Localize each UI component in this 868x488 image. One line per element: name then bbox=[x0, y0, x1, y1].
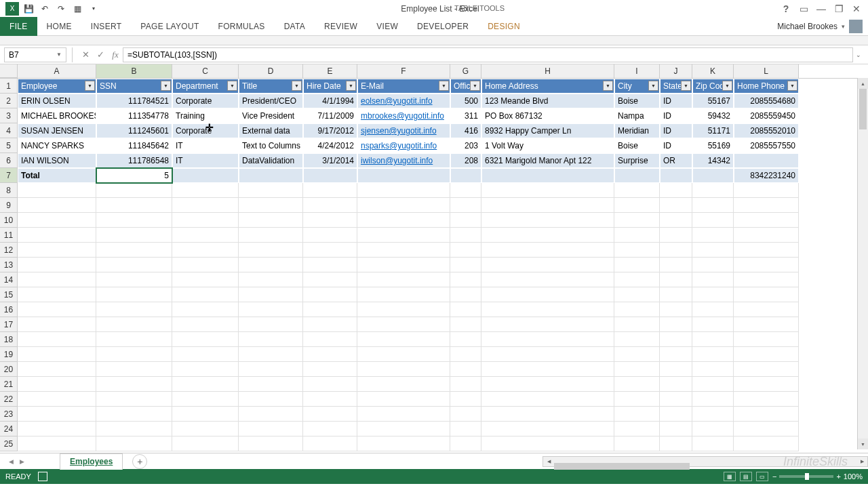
row-header[interactable]: 2 bbox=[0, 94, 18, 108]
hscroll-thumb[interactable] bbox=[554, 463, 690, 470]
row-header[interactable]: 14 bbox=[0, 272, 18, 287]
filter-dropdown-icon[interactable]: ▼ bbox=[346, 81, 356, 91]
row-header[interactable]: 20 bbox=[0, 362, 18, 377]
empty-cell[interactable] bbox=[303, 436, 357, 451]
empty-cell[interactable] bbox=[614, 317, 660, 332]
table-header[interactable]: E-Mail▼ bbox=[357, 79, 450, 94]
empty-cell[interactable] bbox=[357, 392, 450, 407]
empty-cell[interactable] bbox=[357, 317, 450, 332]
scroll-up-icon[interactable]: ▲ bbox=[858, 78, 868, 89]
empty-cell[interactable] bbox=[303, 377, 357, 392]
table-header[interactable]: SSN▼ bbox=[96, 79, 172, 94]
empty-cell[interactable] bbox=[172, 183, 239, 198]
empty-cell[interactable] bbox=[357, 436, 450, 451]
empty-cell[interactable] bbox=[357, 362, 450, 377]
empty-cell[interactable] bbox=[172, 243, 239, 258]
empty-cell[interactable] bbox=[692, 422, 734, 436]
empty-cell[interactable] bbox=[239, 213, 303, 228]
empty-cell[interactable] bbox=[692, 183, 734, 198]
empty-cell[interactable] bbox=[734, 362, 799, 377]
zoom-control[interactable]: − + 100% bbox=[772, 472, 863, 481]
empty-cell[interactable] bbox=[614, 407, 660, 422]
empty-cell[interactable] bbox=[96, 198, 172, 213]
table-cell[interactable]: 123 Meande Blvd bbox=[481, 94, 614, 108]
empty-cell[interactable] bbox=[481, 407, 614, 422]
table-header[interactable]: Hire Date▼ bbox=[303, 79, 357, 94]
empty-cell[interactable] bbox=[18, 213, 96, 228]
empty-cell[interactable] bbox=[614, 287, 660, 302]
tab-data[interactable]: DATA bbox=[275, 17, 315, 36]
table-cell[interactable]: eolsen@yugotit.info bbox=[357, 94, 450, 108]
table-cell[interactable]: 14342 bbox=[692, 153, 734, 168]
empty-cell[interactable] bbox=[450, 436, 481, 451]
empty-cell[interactable] bbox=[239, 183, 303, 198]
empty-cell[interactable] bbox=[481, 287, 614, 302]
table-cell[interactable]: 8932 Happy Camper Ln bbox=[481, 123, 614, 138]
empty-cell[interactable] bbox=[96, 377, 172, 392]
zoom-in-icon[interactable]: + bbox=[836, 472, 840, 481]
enter-formula-icon[interactable]: ✓ bbox=[93, 47, 108, 62]
empty-cell[interactable] bbox=[734, 302, 799, 317]
empty-cell[interactable] bbox=[303, 317, 357, 332]
table-cell[interactable]: Nampa bbox=[614, 108, 660, 123]
empty-cell[interactable] bbox=[660, 362, 692, 377]
empty-cell[interactable] bbox=[18, 258, 96, 272]
name-box-dropdown-icon[interactable]: ▼ bbox=[56, 52, 62, 58]
empty-cell[interactable] bbox=[481, 228, 614, 243]
vertical-scrollbar[interactable]: ▲ ▼ bbox=[857, 78, 868, 449]
table-cell[interactable]: ID bbox=[660, 123, 692, 138]
table-cell[interactable]: 111245601 bbox=[96, 123, 172, 138]
empty-cell[interactable] bbox=[303, 422, 357, 436]
table-cell[interactable]: 500 bbox=[450, 94, 481, 108]
table-cell[interactable]: 2085554680 bbox=[734, 94, 799, 108]
empty-cell[interactable] bbox=[481, 347, 614, 362]
table-cell[interactable]: IT bbox=[172, 153, 239, 168]
total-cell[interactable]: Total bbox=[18, 168, 96, 183]
empty-cell[interactable] bbox=[614, 392, 660, 407]
empty-cell[interactable] bbox=[614, 332, 660, 347]
empty-cell[interactable] bbox=[614, 213, 660, 228]
empty-cell[interactable] bbox=[450, 407, 481, 422]
tab-developer[interactable]: DEVELOPER bbox=[408, 17, 478, 36]
empty-cell[interactable] bbox=[692, 258, 734, 272]
empty-cell[interactable] bbox=[450, 287, 481, 302]
empty-cell[interactable] bbox=[172, 258, 239, 272]
empty-cell[interactable] bbox=[614, 436, 660, 451]
empty-cell[interactable] bbox=[660, 183, 692, 198]
empty-cell[interactable] bbox=[96, 183, 172, 198]
col-header-K[interactable]: K bbox=[692, 64, 734, 78]
empty-cell[interactable] bbox=[450, 198, 481, 213]
empty-cell[interactable] bbox=[450, 347, 481, 362]
sheet-next-icon[interactable]: ▶ bbox=[18, 458, 26, 466]
empty-cell[interactable] bbox=[172, 377, 239, 392]
empty-cell[interactable] bbox=[692, 347, 734, 362]
empty-cell[interactable] bbox=[660, 287, 692, 302]
table-cell[interactable] bbox=[734, 153, 799, 168]
table-cell[interactable]: Text to Columns bbox=[239, 138, 303, 153]
select-all-corner[interactable] bbox=[0, 64, 18, 78]
empty-cell[interactable] bbox=[357, 183, 450, 198]
empty-cell[interactable] bbox=[660, 302, 692, 317]
minimize-icon[interactable]: — bbox=[815, 3, 827, 15]
empty-cell[interactable] bbox=[96, 422, 172, 436]
col-header-I[interactable]: I bbox=[614, 64, 660, 78]
empty-cell[interactable] bbox=[18, 392, 96, 407]
row-header[interactable]: 11 bbox=[0, 228, 18, 243]
help-icon[interactable]: ? bbox=[780, 3, 792, 15]
empty-cell[interactable] bbox=[357, 377, 450, 392]
total-cell[interactable] bbox=[660, 168, 692, 183]
empty-cell[interactable] bbox=[481, 272, 614, 287]
empty-cell[interactable] bbox=[357, 198, 450, 213]
empty-cell[interactable] bbox=[692, 332, 734, 347]
empty-cell[interactable] bbox=[96, 272, 172, 287]
empty-cell[interactable] bbox=[660, 407, 692, 422]
table-cell[interactable]: IT bbox=[172, 138, 239, 153]
total-cell[interactable] bbox=[481, 168, 614, 183]
sheet-prev-icon[interactable]: ◀ bbox=[7, 458, 15, 466]
total-cell[interactable] bbox=[357, 168, 450, 183]
table-cell[interactable]: 51171 bbox=[692, 123, 734, 138]
empty-cell[interactable] bbox=[481, 332, 614, 347]
empty-cell[interactable] bbox=[303, 302, 357, 317]
row-header[interactable]: 8 bbox=[0, 183, 18, 198]
filter-dropdown-icon[interactable]: ▼ bbox=[470, 81, 480, 91]
